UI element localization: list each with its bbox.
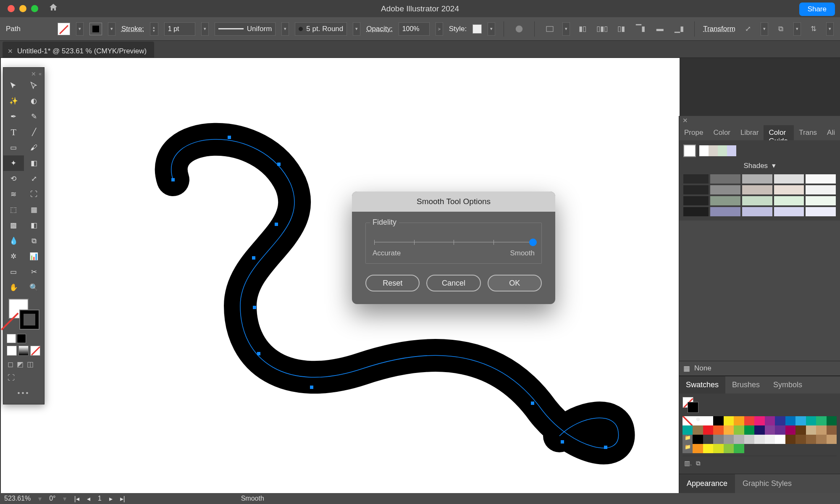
shade-cell[interactable] <box>806 185 836 194</box>
perspective-grid-tool-icon[interactable]: ▦ <box>24 202 45 218</box>
artboard-nav-next-icon[interactable]: ▸ <box>109 495 113 503</box>
isolate-icon[interactable]: ⤢ <box>741 22 755 36</box>
draw-normal-icon[interactable]: ◻ <box>8 360 13 369</box>
eyedropper-tool-icon[interactable]: 💧 <box>3 233 24 249</box>
swatch-cell[interactable] <box>827 444 837 453</box>
swatch-cell[interactable] <box>693 444 703 453</box>
shade-cell[interactable] <box>774 185 804 194</box>
harmony-chip[interactable] <box>718 145 727 156</box>
swatch-cell[interactable] <box>734 444 744 453</box>
rotate-view[interactable]: 0° <box>49 495 55 502</box>
curvature-tool-icon[interactable]: ✎ <box>24 109 45 124</box>
swatch-grid[interactable]: ⊕📁📁 <box>682 416 837 453</box>
default-fs-icon[interactable] <box>7 334 16 343</box>
swatch-cell[interactable] <box>765 435 775 444</box>
swatch-cell[interactable] <box>827 425 837 435</box>
swap-fs-icon[interactable] <box>17 334 26 343</box>
shaper-tool-icon[interactable]: ✦ <box>3 155 24 171</box>
swatch-cell[interactable] <box>734 425 744 435</box>
eraser-tool-icon[interactable]: ◧ <box>24 155 45 171</box>
swatch-cell[interactable] <box>724 444 734 453</box>
swatch-cell[interactable] <box>682 416 693 425</box>
harmony-chips[interactable] <box>699 145 736 156</box>
artboard-nav-last-icon[interactable]: ▸| <box>120 495 125 503</box>
edit-toolbar-icon[interactable]: ••• <box>3 385 44 402</box>
swatch-cell[interactable] <box>765 425 775 435</box>
type-tool-icon[interactable]: T <box>3 124 24 140</box>
shape-builder-tool-icon[interactable]: ⬚ <box>3 202 24 218</box>
fill-swatch[interactable] <box>58 23 70 35</box>
opacity-input[interactable] <box>399 22 430 36</box>
opacity-dropdown-icon[interactable]: > <box>436 22 443 36</box>
artboard-tool-icon[interactable]: ▭ <box>3 264 24 280</box>
swatch-cell[interactable] <box>713 435 723 444</box>
direct-selection-tool-icon[interactable] <box>24 78 45 93</box>
blend-tool-icon[interactable]: ⧉ <box>24 233 45 249</box>
base-color-swatch[interactable] <box>683 144 696 157</box>
align-right-icon[interactable]: ▯▮ <box>614 22 628 36</box>
swatch-cell[interactable] <box>785 425 795 435</box>
document-tab[interactable]: ✕ Untitled-1* @ 523.61 % (CMYK/Preview) <box>3 42 154 58</box>
shade-cell[interactable] <box>774 196 804 205</box>
tools-collapse-icon[interactable]: « <box>39 71 42 77</box>
swatch-cell[interactable] <box>754 435 764 444</box>
stroke-weight-input[interactable] <box>164 22 195 36</box>
lasso-tool-icon[interactable]: ◐ <box>24 93 45 109</box>
free-transform-tool-icon[interactable]: ⛶ <box>24 186 45 202</box>
graphic-style-swatch[interactable] <box>472 24 482 34</box>
panel-tab-swatches[interactable]: Swatches <box>679 376 725 394</box>
swatch-cell[interactable] <box>744 444 754 453</box>
panel-tab-color guide[interactable]: Color Guide <box>764 125 794 140</box>
draw-behind-icon[interactable]: ◩ <box>17 360 24 369</box>
line-segment-tool-icon[interactable]: ╱ <box>24 124 45 140</box>
stroke-weight-dropdown-icon[interactable]: ▾ <box>201 22 209 36</box>
brush-dropdown-icon[interactable]: ▾ <box>353 22 360 36</box>
artboard-nav-prev-icon[interactable]: ◂ <box>87 495 90 503</box>
align-vcenter-icon[interactable]: ▬ <box>653 22 667 36</box>
swatch-cell[interactable] <box>785 435 795 444</box>
swatch-cell[interactable] <box>734 416 744 425</box>
swatch-cell[interactable] <box>827 435 837 444</box>
swatch-cell[interactable] <box>713 444 723 453</box>
tools-close-icon[interactable]: ✕ <box>31 71 36 77</box>
swatch-cell[interactable] <box>785 444 795 453</box>
style-dropdown-icon[interactable]: ▾ <box>488 22 495 36</box>
slider-thumb[interactable] <box>529 239 537 246</box>
column-graph-tool-icon[interactable]: 📊 <box>24 249 45 264</box>
shade-cell[interactable] <box>710 185 740 194</box>
swatch-cell[interactable] <box>816 425 826 435</box>
swatch-cell[interactable] <box>744 435 754 444</box>
pen-tool-icon[interactable]: ✒ <box>3 109 24 124</box>
panel-tab-prope[interactable]: Prope <box>679 125 708 140</box>
ok-button[interactable]: OK <box>488 275 542 291</box>
shade-cell[interactable] <box>710 207 740 216</box>
panel-tab-trans[interactable]: Trans <box>794 125 822 140</box>
swatch-cell[interactable] <box>682 425 693 435</box>
stroke-swatch[interactable] <box>89 23 102 35</box>
swatch-cell[interactable] <box>795 425 806 435</box>
align-bottom-icon[interactable]: ▁▮ <box>672 22 686 36</box>
panel-tab-brushes[interactable]: Brushes <box>725 376 766 394</box>
panel-tab-symbols[interactable]: Symbols <box>766 376 809 394</box>
rotate-tool-icon[interactable]: ⟲ <box>3 171 24 186</box>
cancel-button[interactable]: Cancel <box>426 275 480 291</box>
swatch-cell[interactable] <box>806 416 816 425</box>
shade-cell[interactable] <box>710 174 740 184</box>
shape-dropdown-icon[interactable]: ▾ <box>793 22 801 36</box>
screen-mode-icon[interactable]: ⛶ <box>8 374 15 382</box>
swatch-cell[interactable] <box>806 444 816 453</box>
swatch-cell[interactable] <box>744 416 754 425</box>
swatch-cell[interactable] <box>754 416 764 425</box>
shade-cell[interactable] <box>742 185 772 194</box>
zoom-tool-icon[interactable]: 🔍 <box>24 280 45 295</box>
artboard-nav-first-icon[interactable]: |◂ <box>74 495 79 503</box>
shade-cell[interactable] <box>683 196 709 205</box>
shade-cell[interactable] <box>683 185 709 194</box>
shade-grid[interactable] <box>683 174 836 216</box>
minimize-window-icon[interactable] <box>19 5 26 12</box>
canvas[interactable] <box>1 58 680 493</box>
harmony-chip[interactable] <box>727 145 736 156</box>
home-icon[interactable] <box>48 3 58 15</box>
gradient-mode-icon[interactable] <box>18 346 29 356</box>
close-tab-icon[interactable]: ✕ <box>8 47 13 55</box>
